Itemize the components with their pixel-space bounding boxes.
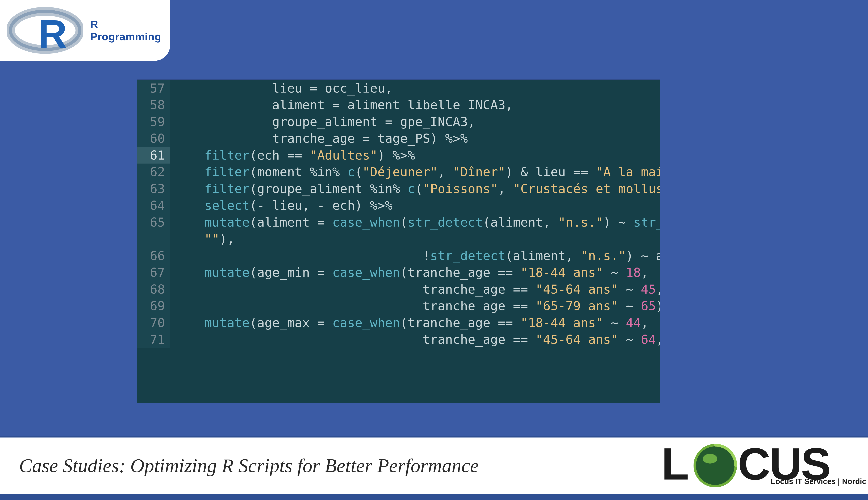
line-number: 64 [137,197,170,214]
code-content: !str_detect(aliment, "n.s.") ~ aliment))… [170,247,660,264]
footer-bar: Case Studies: Optimizing R Scripts for B… [0,436,868,500]
line-number: 59 [137,113,170,130]
code-content: ""), [170,230,660,247]
code-line: 66 !str_detect(aliment, "n.s.") ~ alimen… [137,247,660,264]
code-content: tranche_age == "45-64 ans" ~ 45, [170,281,660,298]
code-content: mutate(age_max = case_when(tranche_age =… [170,315,660,331]
code-line: ""), [137,230,660,247]
code-line: 63 filter(groupe_aliment %in% c("Poisson… [137,180,660,197]
code-line: 58 aliment = aliment_libelle_INCA3, [137,96,660,113]
company-tagline: Locus IT Services | Nordic [771,477,866,486]
code-line: 61 filter(ech == "Adultes") %>% [137,147,660,163]
code-panel: 57 lieu = occ_lieu,58 aliment = aliment_… [137,80,660,403]
line-number: 69 [137,298,170,314]
code-line: 71 tranche_age == "45-64 ans" ~ 64, [137,331,660,348]
code-line: 65 mutate(aliment = case_when(str_detect… [137,214,660,230]
code-line: 62 filter(moment %in% c("Déjeuner", "Dîn… [137,163,660,180]
r-logo-icon: R [7,4,83,56]
code-content: mutate(aliment = case_when(str_detect(al… [170,214,660,230]
line-number: 63 [137,180,170,197]
line-number: 68 [137,281,170,298]
line-number: 58 [137,96,170,113]
code-line: 67 mutate(age_min = case_when(tranche_ag… [137,264,660,281]
code-content: tranche_age == "45-64 ans" ~ 64, [170,331,660,348]
header-logo-card: R R Programming [0,0,170,61]
code-content: select(- lieu, - ech) %>% [170,197,660,214]
code-line: 57 lieu = occ_lieu, [137,80,660,96]
code-content: groupe_aliment = gpe_INCA3, [170,113,660,130]
line-number [137,230,170,247]
line-number: 67 [137,264,170,281]
code-content: tranche_age = tage_PS) %>% [170,130,660,147]
line-number: 70 [137,315,170,331]
code-content: filter(groupe_aliment %in% c("Poissons",… [170,180,660,197]
line-number: 62 [137,163,170,180]
code-content: lieu = occ_lieu, [170,80,660,96]
line-number: 60 [137,130,170,147]
locus-letter-l: L [661,440,689,489]
code-content: aliment = aliment_libelle_INCA3, [170,96,660,113]
header-logo-label: R Programming [90,18,170,43]
code-line: 70 mutate(age_max = case_when(tranche_ag… [137,315,660,331]
line-number: 61 [137,147,170,163]
svg-point-5 [703,454,717,464]
code-content: mutate(age_min = case_when(tranche_age =… [170,264,660,281]
code-line: 69 tranche_age == "65-79 ans" ~ 65)) %>% [137,298,660,314]
slide-caption: Case Studies: Optimizing R Scripts for B… [19,455,479,477]
code-line: 68 tranche_age == "45-64 ans" ~ 45, [137,281,660,298]
svg-text:R: R [38,12,67,56]
code-line: 60 tranche_age = tage_PS) %>% [137,130,660,147]
code-content: filter(moment %in% c("Déjeuner", "Dîner"… [170,163,660,180]
line-number: 65 [137,214,170,230]
code-content: filter(ech == "Adultes") %>% [170,147,660,163]
line-number: 57 [137,80,170,96]
slide-stage: R R Programming 57 lieu = occ_lieu,58 al… [0,0,868,500]
code-line: 59 groupe_aliment = gpe_INCA3, [137,113,660,130]
line-number: 66 [137,247,170,264]
code-content: tranche_age == "65-79 ans" ~ 65)) %>% [170,298,660,314]
code-line: 64 select(- lieu, - ech) %>% [137,197,660,214]
line-number: 71 [137,331,170,348]
